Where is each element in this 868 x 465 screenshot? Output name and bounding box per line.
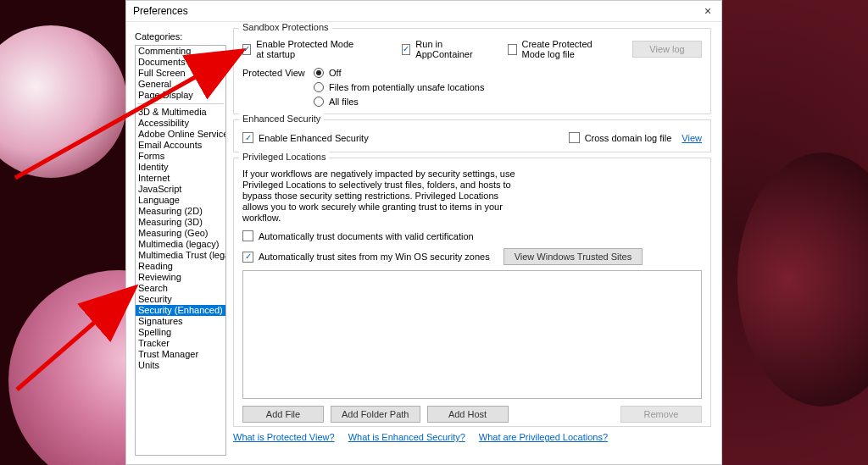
dialog-titlebar: Preferences × <box>126 1 721 22</box>
category-item[interactable]: Measuring (2D) <box>136 206 225 217</box>
add-host-button[interactable]: Add Host <box>427 406 509 423</box>
category-item[interactable]: Security (Enhanced) <box>136 305 225 316</box>
category-item[interactable]: Trust Manager <box>136 349 225 360</box>
protected-view-label: Protected View <box>242 68 309 78</box>
category-item[interactable]: Search <box>136 283 225 294</box>
what-are-privileged-locations-link[interactable]: What are Privileged Locations? <box>479 432 608 442</box>
view-link[interactable]: View <box>682 133 702 143</box>
category-item[interactable]: Commenting <box>136 46 225 57</box>
run-appcontainer-checkbox[interactable]: Run in AppContainer <box>402 39 479 59</box>
category-item[interactable]: Page Display <box>136 90 225 101</box>
enable-enhanced-security-checkbox[interactable]: Enable Enhanced Security <box>242 132 369 143</box>
category-item[interactable]: 3D & Multimedia <box>136 107 225 118</box>
auto-trust-docs-checkbox[interactable]: Automatically trust documents with valid… <box>242 230 702 241</box>
sandbox-protections-group: Sandbox Protections Enable Protected Mod… <box>233 28 711 114</box>
cross-domain-log-checkbox[interactable]: Cross domain log file <box>569 132 672 143</box>
category-item[interactable]: Multimedia Trust (legacy) <box>136 250 225 261</box>
category-item[interactable]: Reading <box>136 261 225 272</box>
category-separator <box>137 103 224 104</box>
category-item[interactable]: Security <box>136 294 225 305</box>
what-is-enhanced-security-link[interactable]: What is Enhanced Security? <box>348 432 465 442</box>
category-item[interactable]: Units <box>136 360 225 371</box>
privileged-locations-list[interactable] <box>242 270 702 399</box>
category-item[interactable]: Full Screen <box>136 68 225 79</box>
create-log-file-checkbox[interactable]: Create Protected Mode log file <box>508 39 615 59</box>
footer-links: What is Protected View? What is Enhanced… <box>233 432 711 442</box>
privileged-title: Privileged Locations <box>239 152 329 162</box>
auto-trust-sites-checkbox[interactable]: Automatically trust sites from my Win OS… <box>242 252 490 263</box>
category-item[interactable]: Email Accounts <box>136 140 225 151</box>
category-item[interactable]: JavaScript <box>136 184 225 195</box>
enhanced-title: Enhanced Security <box>239 113 324 124</box>
category-item[interactable]: Internet <box>136 173 225 184</box>
category-item[interactable]: Forms <box>136 151 225 162</box>
category-item[interactable]: Reviewing <box>136 272 225 283</box>
privileged-blurb: If your workflows are negatively impacte… <box>242 169 522 224</box>
protected-view-off-radio[interactable]: Off <box>314 68 484 78</box>
sandbox-title: Sandbox Protections <box>239 22 332 32</box>
preferences-dialog: Preferences × Categories: CommentingDocu… <box>125 0 722 465</box>
category-item[interactable]: Accessibility <box>136 118 225 129</box>
category-item[interactable]: Adobe Online Services <box>136 129 225 140</box>
protected-view-unsafe-radio[interactable]: Files from potentially unsafe locations <box>314 82 484 92</box>
category-item[interactable]: Multimedia (legacy) <box>136 239 225 250</box>
category-item[interactable]: Signatures <box>136 316 225 327</box>
view-windows-trusted-sites-button[interactable]: View Windows Trusted Sites <box>504 248 643 265</box>
close-icon[interactable]: × <box>699 3 716 19</box>
privileged-locations-group: Privileged Locations If your workflows a… <box>233 158 711 427</box>
remove-button: Remove <box>620 406 702 423</box>
category-item[interactable]: Tracker <box>136 338 225 349</box>
category-item[interactable]: Language <box>136 195 225 206</box>
what-is-protected-view-link[interactable]: What is Protected View? <box>233 432 335 442</box>
dialog-title: Preferences <box>133 5 188 17</box>
enable-protected-mode-checkbox[interactable]: Enable Protected Mode at startup <box>242 39 359 59</box>
view-log-button: View log <box>632 41 702 58</box>
category-item[interactable]: General <box>136 79 225 90</box>
categories-listbox[interactable]: CommentingDocumentsFull ScreenGeneralPag… <box>135 45 226 456</box>
categories-label: Categories: <box>135 31 182 42</box>
protected-view-all-radio[interactable]: All files <box>314 97 484 107</box>
category-item[interactable]: Identity <box>136 162 225 173</box>
enhanced-security-group: Enhanced Security Enable Enhanced Securi… <box>233 119 711 152</box>
category-item[interactable]: Measuring (Geo) <box>136 228 225 239</box>
category-item[interactable]: Documents <box>136 57 225 68</box>
category-item[interactable]: Measuring (3D) <box>136 217 225 228</box>
category-item[interactable]: Spelling <box>136 327 225 338</box>
add-file-button[interactable]: Add File <box>242 406 324 423</box>
add-folder-path-button[interactable]: Add Folder Path <box>331 406 420 423</box>
